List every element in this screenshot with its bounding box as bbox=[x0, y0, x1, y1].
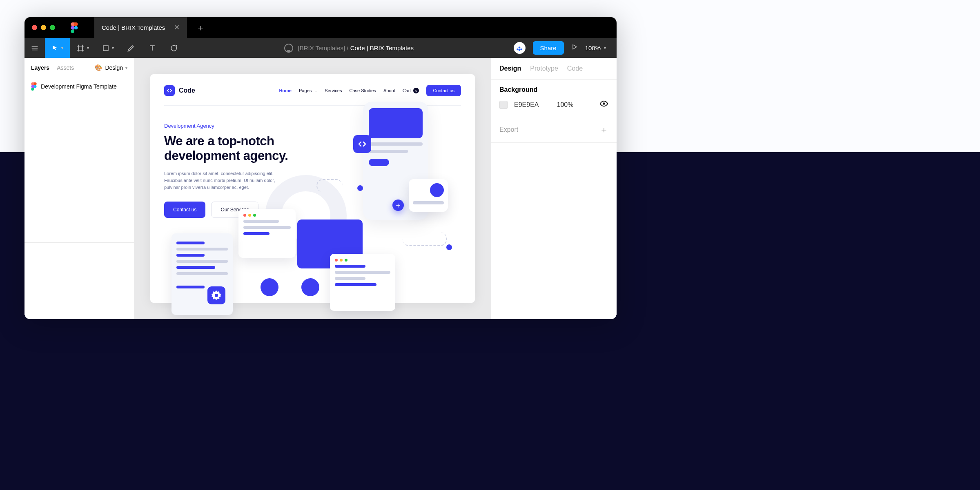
chevron-down-icon: ▾ bbox=[61, 46, 63, 50]
frame-tool[interactable]: ▾ bbox=[70, 38, 96, 58]
chevron-down-icon: ▾ bbox=[87, 46, 89, 50]
design-panel: Design Prototype Code Background E9E9EA … bbox=[491, 58, 617, 319]
page-dropdown[interactable]: 🎨 Design ▾ bbox=[95, 64, 127, 71]
svg-point-2 bbox=[517, 48, 519, 50]
gear-tile-icon bbox=[207, 286, 225, 304]
svg-point-5 bbox=[519, 49, 521, 51]
brand: Code bbox=[164, 85, 195, 96]
left-panel-tabs: Layers Assets 🎨 Design ▾ bbox=[24, 58, 134, 78]
cart-count-badge: 0 bbox=[413, 88, 419, 93]
nav-services[interactable]: Services bbox=[325, 88, 342, 93]
background-section: Background E9E9EA 100% bbox=[491, 80, 617, 117]
nav-cart[interactable]: Cart 0 bbox=[403, 88, 419, 93]
svg-rect-1 bbox=[103, 46, 108, 51]
add-fab-icon: ＋ bbox=[392, 200, 404, 211]
canvas[interactable]: Code Home Pages ⌄ Services Case Studies … bbox=[134, 58, 491, 319]
tab-layers[interactable]: Layers bbox=[31, 64, 49, 71]
window-controls bbox=[32, 25, 55, 30]
circle-icon bbox=[261, 278, 278, 296]
nav-contact-button[interactable]: Contact us bbox=[426, 85, 461, 96]
svg-point-6 bbox=[34, 85, 37, 88]
pen-tool[interactable] bbox=[120, 38, 142, 58]
window-tabbar: Code | BRIX Templates ✕ ＋ bbox=[24, 17, 617, 38]
tab-current-file[interactable]: Code | BRIX Templates ✕ bbox=[94, 17, 187, 38]
svg-point-3 bbox=[519, 47, 521, 49]
bg-hex[interactable]: E9E9EA bbox=[514, 101, 539, 109]
minimize-window-icon[interactable] bbox=[41, 25, 46, 30]
figma-window: Code | BRIX Templates ✕ ＋ ▾ ▾ bbox=[24, 17, 617, 319]
user-card-icon bbox=[409, 179, 448, 212]
share-button[interactable]: Share bbox=[533, 41, 564, 55]
dot-icon bbox=[357, 185, 363, 191]
chevron-down-icon: ▾ bbox=[604, 46, 606, 50]
background-heading: Background bbox=[499, 86, 608, 93]
nav-case-studies[interactable]: Case Studies bbox=[349, 88, 376, 93]
user-avatar[interactable] bbox=[514, 42, 526, 54]
nav-about[interactable]: About bbox=[383, 88, 395, 93]
close-window-icon[interactable] bbox=[32, 25, 37, 30]
editor-body: Layers Assets 🎨 Design ▾ bbox=[24, 58, 617, 319]
toolbar-right: Share 100% ▾ bbox=[514, 38, 617, 58]
code-badge-icon bbox=[353, 135, 371, 153]
move-tool[interactable]: ▾ bbox=[45, 38, 70, 58]
breadcrumb[interactable]: [BRIX Templates] / Code | BRIX Templates bbox=[298, 44, 414, 51]
figma-logo-icon bbox=[71, 22, 78, 33]
breadcrumb-sep: / bbox=[347, 44, 348, 51]
chevron-down-icon: ▾ bbox=[125, 66, 127, 70]
mini-window-icon bbox=[238, 209, 296, 258]
artboard[interactable]: Code Home Pages ⌄ Services Case Studies … bbox=[150, 74, 475, 303]
main-toolbar: ▾ ▾ ▾ bbox=[24, 38, 617, 58]
illustration-cluster bbox=[167, 213, 467, 319]
hero-eyebrow: Development Agency bbox=[164, 123, 318, 129]
layer-name: Development Figma Template bbox=[41, 83, 117, 90]
brand-logo-icon bbox=[164, 85, 175, 96]
svg-point-4 bbox=[520, 48, 522, 50]
hero: Development Agency We are a top-notch de… bbox=[164, 106, 461, 218]
panel-divider bbox=[24, 242, 134, 243]
tab-assets[interactable]: Assets bbox=[57, 64, 74, 71]
hero-body: Lorem ipsum dolor sit amet, consectetur … bbox=[164, 170, 287, 191]
tab-prototype[interactable]: Prototype bbox=[530, 65, 558, 72]
tab-design[interactable]: Design bbox=[499, 65, 521, 72]
close-tab-icon[interactable]: ✕ bbox=[174, 23, 180, 32]
zoom-dropdown[interactable]: 100% ▾ bbox=[585, 44, 606, 51]
toolbar-center: [BRIX Templates] / Code | BRIX Templates bbox=[184, 44, 514, 53]
maximize-window-icon[interactable] bbox=[50, 25, 55, 30]
zoom-value: 100% bbox=[585, 44, 601, 51]
text-tool[interactable] bbox=[142, 38, 163, 58]
shape-tool[interactable]: ▾ bbox=[96, 38, 120, 58]
tab-code[interactable]: Code bbox=[567, 65, 583, 72]
bg-color-swatch[interactable] bbox=[499, 101, 508, 109]
nav-home[interactable]: Home bbox=[279, 88, 292, 93]
layers-panel: Layers Assets 🎨 Design ▾ bbox=[24, 58, 134, 319]
main-menu-button[interactable] bbox=[24, 38, 45, 58]
toolbar-left: ▾ ▾ ▾ bbox=[24, 38, 184, 58]
frame-icon bbox=[31, 82, 37, 91]
team-avatar-icon[interactable] bbox=[284, 44, 293, 53]
breadcrumb-file: Code | BRIX Templates bbox=[350, 44, 414, 51]
nav-pages[interactable]: Pages ⌄ bbox=[299, 88, 317, 93]
layer-item[interactable]: Development Figma Template bbox=[24, 78, 134, 95]
right-panel-tabs: Design Prototype Code bbox=[491, 58, 617, 80]
svg-point-7 bbox=[603, 102, 605, 105]
mini-window-icon bbox=[330, 254, 395, 311]
svg-point-0 bbox=[74, 26, 78, 29]
circle-icon bbox=[301, 278, 319, 296]
comment-tool[interactable] bbox=[163, 38, 184, 58]
palette-icon: 🎨 bbox=[95, 64, 102, 71]
chevron-down-icon: ⌄ bbox=[314, 89, 317, 93]
new-tab-button[interactable]: ＋ bbox=[191, 17, 210, 38]
present-button[interactable] bbox=[571, 44, 578, 52]
visibility-toggle-icon[interactable] bbox=[599, 99, 608, 110]
bg-opacity[interactable]: 100% bbox=[557, 101, 573, 109]
breadcrumb-team: [BRIX Templates] bbox=[298, 44, 345, 51]
phone-mock-icon bbox=[363, 102, 428, 220]
site-header: Code Home Pages ⌄ Services Case Studies … bbox=[164, 85, 461, 106]
primary-nav: Home Pages ⌄ Services Case Studies About… bbox=[279, 85, 461, 96]
page-name: Design bbox=[105, 64, 123, 71]
dashed-line-icon bbox=[316, 179, 343, 192]
tab-title: Code | BRIX Templates bbox=[102, 24, 165, 31]
chevron-down-icon: ▾ bbox=[112, 46, 114, 50]
add-export-icon[interactable]: ＋ bbox=[599, 124, 608, 136]
export-heading: Export bbox=[499, 126, 518, 133]
